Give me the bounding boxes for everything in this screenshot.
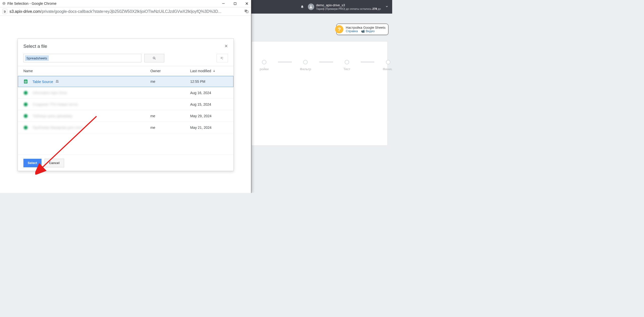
- google-file-picker: Select a file ✕ Spreadsheets AZ Name Own…: [18, 38, 234, 171]
- file-owner: me: [150, 80, 190, 84]
- stepper: ройки Фильтр Тест Финиш: [250, 60, 392, 71]
- window-title: File Selection - Google Chrome: [7, 2, 214, 6]
- svg-line-17: [155, 59, 155, 59]
- sheets-icon: [23, 91, 28, 95]
- svg-point-25: [56, 80, 57, 81]
- search-button[interactable]: [144, 54, 164, 62]
- file-name: Создание ТТН Новая почта: [32, 102, 150, 106]
- help-link-docs[interactable]: Справка: [346, 29, 358, 33]
- picker-title: Select a file: [23, 44, 224, 49]
- sheets-icon: [23, 125, 28, 130]
- svg-text:A: A: [222, 57, 223, 58]
- step-dot: [386, 60, 390, 64]
- file-owner: me: [150, 126, 190, 130]
- file-row[interactable]: Проблема Макарова для слотуmeMay 21, 202…: [18, 122, 233, 133]
- col-modified[interactable]: Last modified: [190, 69, 228, 73]
- avatar[interactable]: [308, 4, 314, 10]
- filter-chip[interactable]: Spreadsheets: [25, 55, 49, 61]
- url-text[interactable]: s3.apix-drive.com/private/google-docs-ca…: [10, 9, 243, 14]
- step-label: Тест: [343, 67, 350, 71]
- svg-point-30: [24, 126, 27, 129]
- svg-point-11: [5, 11, 6, 12]
- svg-point-26: [57, 80, 58, 81]
- search-input[interactable]: Spreadsheets: [23, 54, 141, 62]
- sheets-icon: [23, 102, 28, 107]
- step-label: Финиш: [383, 67, 392, 71]
- translate-icon[interactable]: G: [245, 9, 249, 14]
- file-name: Information Apix Drive: [32, 91, 150, 95]
- site-settings-icon[interactable]: [2, 9, 8, 14]
- window-titlebar: File Selection - Google Chrome: [0, 0, 251, 7]
- file-row[interactable]: Information Apix DriveAug 16, 2024: [18, 87, 233, 99]
- file-row[interactable]: Таблица цены динамикуmeMay 29, 2024: [18, 110, 233, 122]
- file-name: Таблица цены динамику: [32, 114, 150, 118]
- step-dot: [345, 60, 349, 64]
- step-label: Фильтр: [300, 67, 311, 71]
- file-modified: Aug 15, 2024: [190, 102, 228, 106]
- help-title: Настройка Google Sheets: [346, 26, 385, 29]
- tariff-info: Тариф |Премиум PRO| до оплаты осталось 2…: [316, 7, 381, 10]
- file-row[interactable]: Создание ТТН Новая почтаAug 15, 2024: [18, 99, 233, 110]
- help-link-video[interactable]: Видео: [366, 29, 375, 33]
- table-header: Name Owner Last modified: [18, 66, 233, 76]
- sort-button[interactable]: AZ: [217, 54, 228, 62]
- file-modified: May 29, 2024: [190, 114, 228, 118]
- select-button[interactable]: Select: [23, 159, 42, 167]
- bell-icon[interactable]: [300, 5, 304, 9]
- chevron-down-icon[interactable]: [385, 5, 388, 9]
- help-icon[interactable]: ?: [335, 25, 343, 33]
- close-window-button[interactable]: [245, 2, 249, 6]
- svg-point-29: [24, 114, 27, 118]
- help-callout: ? Настройка Google Sheets Справка 📹 Виде…: [336, 24, 389, 35]
- account-name[interactable]: demo_apix-drive_s3: [316, 3, 381, 7]
- settings-card: [251, 41, 388, 145]
- step-label: ройки: [260, 67, 269, 71]
- file-modified: Aug 16, 2024: [190, 91, 228, 95]
- file-row[interactable]: Table Sourceme12:55 PM: [18, 76, 233, 87]
- step-dot: [303, 60, 308, 64]
- svg-point-27: [24, 91, 27, 95]
- step-dot: [262, 60, 266, 64]
- svg-point-12: [4, 12, 5, 13]
- file-modified: May 21, 2024: [190, 126, 228, 130]
- file-modified: 12:55 PM: [190, 80, 228, 84]
- svg-point-28: [24, 102, 27, 106]
- svg-point-10: [4, 11, 5, 11]
- globe-icon: [2, 2, 6, 5]
- svg-rect-4: [234, 3, 236, 5]
- minimize-button[interactable]: [221, 2, 226, 6]
- sheets-icon: [23, 114, 28, 118]
- sheets-icon: [23, 79, 28, 84]
- address-bar: s3.apix-drive.com/private/google-docs-ca…: [0, 7, 251, 16]
- arrow-down-icon: [213, 69, 216, 72]
- col-owner[interactable]: Owner: [150, 69, 190, 73]
- maximize-button[interactable]: [233, 2, 237, 6]
- file-name: Проблема Макарова для слоту: [32, 126, 150, 130]
- svg-text:Z: Z: [222, 58, 223, 60]
- file-owner: me: [150, 114, 190, 118]
- file-name: Table Source: [32, 79, 150, 84]
- cancel-button[interactable]: Cancel: [45, 159, 64, 167]
- close-icon[interactable]: ✕: [224, 44, 228, 49]
- svg-text:G: G: [245, 10, 247, 12]
- shared-icon: [55, 80, 59, 84]
- svg-point-16: [153, 57, 155, 59]
- video-icon: 📹: [361, 29, 365, 33]
- chrome-popup-window: File Selection - Google Chrome s3.apix-d…: [0, 0, 251, 193]
- col-name[interactable]: Name: [23, 69, 150, 73]
